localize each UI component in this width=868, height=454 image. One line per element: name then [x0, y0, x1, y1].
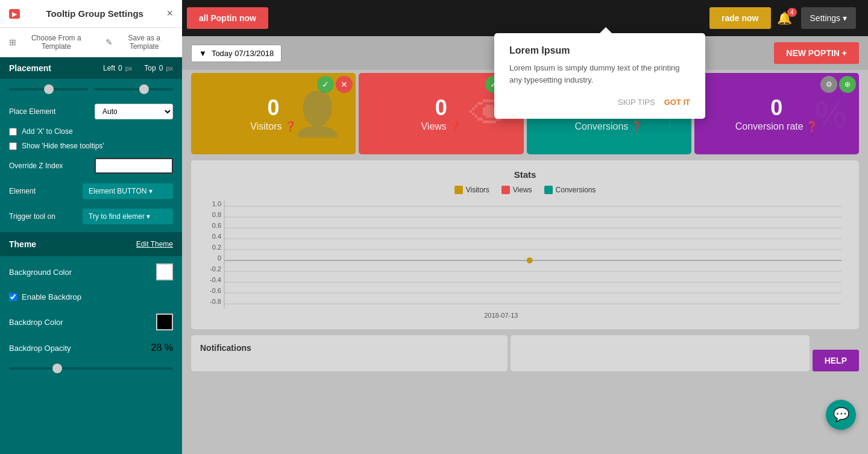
svg-text:-0.8: -0.8	[210, 298, 221, 305]
coord-top: Top 0 px	[144, 64, 173, 72]
views-number: 0	[435, 95, 447, 121]
notification-button[interactable]: 🔔 4	[777, 11, 792, 25]
settings-button[interactable]: Settings ▾	[801, 7, 856, 29]
card-actions-conversion-rate: ⚙ ⊕	[820, 76, 856, 93]
zindex-input[interactable]	[95, 158, 173, 174]
theme-bar: Theme Edit Theme	[0, 232, 182, 256]
backdrop-opacity-label: Backdrop Opacity	[9, 344, 71, 353]
stat-card-visitors[interactable]: ✓ ✕ 👤 0 Visitors ❓	[191, 73, 356, 154]
opacity-slider-container	[0, 358, 182, 378]
legend-visitors: Visitors	[454, 186, 489, 194]
bg-color-row: Background Color	[0, 256, 182, 288]
legend-conversions: Conversions	[544, 186, 596, 194]
edit-theme-button[interactable]: Edit Theme	[136, 240, 173, 248]
save-template-label: Save as a Template	[116, 34, 174, 51]
choose-template-label: Choose From a Template	[19, 34, 93, 51]
sidebar-header: ▶ Tooltip Group Settings ×	[0, 0, 182, 28]
svg-text:1.0: 1.0	[212, 200, 221, 207]
show-hide-checkbox[interactable]	[9, 142, 17, 150]
enable-backdrop-label: Enable Backdrop	[22, 292, 81, 301]
place-element-select[interactable]: Auto	[95, 104, 173, 119]
help-button[interactable]: HELP	[813, 350, 859, 371]
placement-title: Placement	[9, 63, 51, 73]
coord-left: Left 0 px	[103, 64, 132, 72]
logo-badge: ▶	[9, 9, 20, 19]
backdrop-opacity-value: 28 %	[151, 342, 173, 353]
add-x-close-label: Add 'X' to Close	[22, 127, 73, 136]
template-bar: ⊞ Choose From a Template ✎ Save as a Tem…	[0, 28, 182, 57]
svg-text:-0.4: -0.4	[210, 276, 221, 283]
skip-tips-button[interactable]: SKIP TIPS	[618, 98, 655, 107]
chat-button[interactable]: 💬	[826, 400, 856, 430]
sidebar: ▶ Tooltip Group Settings × ⊞ Choose From…	[0, 0, 182, 454]
rate-bg-icon: %	[815, 93, 847, 134]
chart-svg: 1.0 0.8 0.6 0.4 0.2 0 -0.2 -0.4 -0.6 -0.…	[224, 200, 868, 309]
visitors-label: Visitors ❓	[250, 121, 297, 132]
element-row: Element Element BUTTON ▾	[0, 178, 182, 204]
choose-template-button[interactable]: ⊞ Choose From a Template	[9, 34, 93, 51]
enable-backdrop-checkbox[interactable]	[9, 293, 17, 301]
left-slider[interactable]	[9, 88, 88, 90]
element-label: Element	[9, 187, 36, 195]
show-hide-label: Show 'Hide these tooltips'	[22, 142, 104, 150]
trigger-button[interactable]: Try to find elemer ▾	[83, 209, 173, 224]
svg-text:-0.2: -0.2	[210, 265, 221, 273]
got-it-button[interactable]: GOT IT	[664, 98, 690, 107]
element-button[interactable]: Element BUTTON ▾	[83, 183, 173, 199]
notifications-card: Notifications	[191, 335, 508, 371]
date-dropdown-icon: ▼	[199, 49, 207, 58]
slider-container	[0, 79, 182, 99]
data-point-visitors	[527, 257, 533, 263]
legend-views-color	[502, 186, 510, 194]
legend-conversions-label: Conversions	[556, 186, 596, 194]
legend-visitors-label: Visitors	[466, 186, 489, 194]
new-poptin-button[interactable]: NEW POPTIN +	[774, 42, 859, 64]
top-slider[interactable]	[94, 88, 173, 90]
upgrade-button[interactable]: rade now	[709, 7, 770, 29]
visitors-number: 0	[268, 95, 280, 121]
add-x-close-checkbox[interactable]	[9, 128, 17, 136]
zindex-row: Override Z Index	[0, 153, 182, 178]
tooltip-popup-arrow	[600, 27, 612, 33]
placement-section: Placement Left 0 px Top 0 px	[0, 57, 182, 79]
top-unit: px	[166, 65, 173, 72]
card-move-button-rate[interactable]: ⊕	[839, 76, 856, 93]
top-value: 0	[159, 64, 163, 72]
sidebar-logo: ▶	[9, 9, 23, 18]
left-unit: px	[125, 65, 133, 72]
card-settings-button-rate[interactable]: ⚙	[820, 76, 837, 93]
top-label: Top	[144, 64, 156, 72]
sidebar-close-button[interactable]: ×	[166, 7, 173, 20]
sidebar-title: Tooltip Group Settings	[46, 8, 143, 19]
visitors-bg-icon: 👤	[291, 89, 344, 139]
left-label: Left	[103, 64, 115, 72]
svg-text:0.4: 0.4	[212, 233, 221, 240]
conversion-rate-label: Conversion rate ❓	[735, 121, 818, 132]
date-select[interactable]: ▼ Today 07/13/2018	[191, 45, 281, 62]
save-template-button[interactable]: ✎ Save as a Template	[105, 34, 174, 51]
bottom-section: Notifications HELP	[182, 332, 868, 374]
bg-color-label: Background Color	[9, 268, 72, 277]
save-icon: ✎	[105, 37, 113, 47]
top-slider-wrapper	[94, 82, 173, 93]
conversions-label: Conversions ❓	[574, 121, 643, 132]
tooltip-popup-title: Lorem Ipsum	[509, 45, 690, 56]
chart-title: Stats	[200, 169, 850, 180]
trigger-value: Try to find elemer ▾	[89, 212, 150, 221]
svg-text:-0.6: -0.6	[210, 287, 221, 294]
tooltip-popup-actions: SKIP TIPS GOT IT	[509, 98, 690, 107]
opacity-slider[interactable]	[9, 367, 173, 370]
stat-card-conversion-rate[interactable]: ⚙ ⊕ % 0 Conversion rate ❓	[694, 73, 859, 154]
notifications-title: Notifications	[200, 343, 251, 353]
show-hide-row: Show 'Hide these tooltips'	[0, 139, 182, 153]
tooltip-popup-body: Lorem Ipsum is simply dummy text of the …	[509, 62, 690, 86]
svg-text:0: 0	[218, 254, 221, 262]
place-element-label: Place Element	[9, 107, 55, 116]
backdrop-color-row: Backdrop Color	[0, 306, 182, 338]
trigger-label: Trigger tool on	[9, 212, 55, 221]
legend-visitors-color	[454, 186, 463, 194]
bg-color-swatch[interactable]	[156, 263, 173, 280]
views-label: Views ❓	[421, 121, 461, 132]
backdrop-color-swatch[interactable]	[156, 314, 173, 330]
install-button[interactable]: all Poptin now	[187, 7, 268, 29]
